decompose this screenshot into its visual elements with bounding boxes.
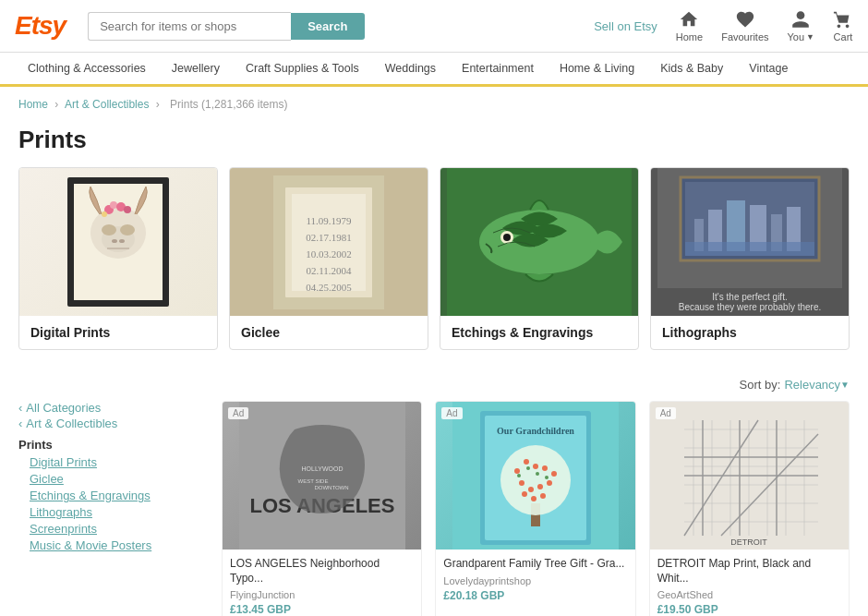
category-grid: Digital Prints 11.09.1979 02.17.1981 10.…: [0, 167, 868, 368]
svg-point-64: [545, 476, 549, 479]
grandparent-art: Our Grandchildren: [452, 402, 619, 550]
svg-rect-35: [685, 242, 814, 256]
header: Etsy Search Sell on Etsy Home Favourites…: [0, 0, 868, 53]
product-info-2: DETROIT Map Print, Black and Whit... Geo…: [650, 550, 849, 616]
ad-badge-2: Ad: [656, 407, 676, 419]
category-card-etchings[interactable]: Etchings & Engravings: [440, 167, 639, 350]
sell-on-etsy-link[interactable]: Sell on Etsy: [594, 19, 657, 33]
sidebar-sub-digital[interactable]: Digital Prints: [30, 455, 203, 469]
digital-prints-art: [63, 173, 174, 311]
svg-point-60: [540, 493, 546, 499]
nav-item-clothing[interactable]: Clothing & Accessories: [15, 53, 159, 84]
svg-point-56: [537, 484, 543, 489]
nav-item-kids[interactable]: Kids & Baby: [647, 53, 736, 84]
ad-badge-1: Ad: [441, 407, 462, 419]
nav-item-jewellery[interactable]: Jewellery: [159, 53, 233, 84]
sidebar-sub-screen[interactable]: Screenprints: [30, 522, 203, 536]
product-card-1[interactable]: Ad Our Grandchildren: [435, 401, 635, 616]
product-card-0[interactable]: Ad LOS ANGELES HOLLYWOOD WEST SIDE DOWNT…: [222, 401, 422, 616]
person-icon: [790, 9, 811, 30]
nav-item-vintage[interactable]: Vintage: [736, 53, 801, 84]
ad-badge-0: Ad: [228, 407, 248, 419]
category-card-litho[interactable]: It's the perfect gift.Because they were …: [650, 167, 850, 350]
heart-icon: [735, 9, 755, 30]
product-card-2[interactable]: Ad: [649, 401, 850, 616]
svg-point-54: [519, 480, 524, 486]
sidebar-sub-giclee[interactable]: Giclee: [30, 472, 203, 486]
search-button[interactable]: Search: [291, 13, 364, 40]
category-card-digital[interactable]: Digital Prints: [18, 167, 218, 350]
product-info-0: LOS ANGELES Neighborhood Typo... FlyingJ…: [223, 550, 421, 616]
litho-art: [657, 168, 842, 288]
svg-point-52: [542, 465, 548, 471]
sidebar-sub-litho[interactable]: Lithographs: [30, 505, 203, 519]
category-img-digital: [19, 168, 217, 316]
sort-label: Sort by:: [740, 378, 781, 392]
sidebar-section-title: Prints: [18, 438, 203, 452]
product-shop-0: FlyingJunction: [230, 589, 414, 600]
sort-arrow-icon: ▼: [840, 380, 850, 390]
product-title-1: Grandparent Family Tree Gift - Gra...: [443, 557, 627, 572]
breadcrumb-category[interactable]: Art & Collectibles: [65, 98, 149, 111]
category-img-litho: It's the perfect gift.Because they were …: [651, 168, 849, 316]
nav-item-weddings[interactable]: Weddings: [372, 53, 449, 84]
svg-point-48: [500, 445, 571, 515]
logo[interactable]: Etsy: [15, 11, 66, 41]
home-nav-icon[interactable]: Home: [676, 9, 703, 42]
giclee-art: 11.09.1979 02.17.1981 10.03.2002 02.11.2…: [269, 171, 389, 314]
sidebar-sub-movie[interactable]: Music & Movie Posters: [30, 538, 203, 552]
nav-item-craft[interactable]: Craft Supplies & Tools: [233, 53, 372, 84]
svg-text:DOWNTOWN: DOWNTOWN: [314, 485, 348, 490]
product-title-0: LOS ANGELES Neighborhood Typo...: [230, 557, 414, 586]
svg-point-62: [526, 466, 530, 470]
header-right: Sell on Etsy Home Favourites You▼ Cart: [594, 9, 853, 42]
page-title: Prints: [0, 122, 868, 167]
svg-point-59: [531, 496, 536, 501]
product-info-1: Grandparent Family Tree Gift - Gra... Lo…: [436, 550, 634, 611]
main-nav: Clothing & Accessories Jewellery Craft S…: [0, 53, 868, 87]
product-price-2: £19.50 GBP: [657, 603, 841, 616]
product-price-1: £20.18 GBP: [443, 589, 627, 602]
svg-text:02.11.2004: 02.11.2004: [306, 265, 352, 276]
sidebar-art-collectibles[interactable]: ‹ Art & Collectibles: [18, 417, 203, 430]
svg-point-25: [503, 234, 511, 241]
detroit-art: DETROIT: [666, 402, 832, 550]
breadcrumb-current: Prints (1,281,366 items): [170, 98, 287, 111]
category-label-litho: Lithographs: [651, 316, 849, 349]
category-img-giclee: 11.09.1979 02.17.1981 10.03.2002 02.11.2…: [230, 168, 428, 316]
svg-point-61: [517, 474, 521, 477]
cart-icon: [833, 9, 853, 30]
category-card-giclee[interactable]: 11.09.1979 02.17.1981 10.03.2002 02.11.2…: [229, 167, 428, 350]
svg-text:11.09.1979: 11.09.1979: [306, 215, 352, 226]
category-label-giclee: Giclee: [230, 316, 428, 349]
search-input[interactable]: [88, 12, 291, 41]
svg-text:02.17.1981: 02.17.1981: [306, 232, 352, 243]
nav-item-home[interactable]: Home & Living: [547, 53, 647, 84]
category-label-digital: Digital Prints: [19, 316, 217, 349]
breadcrumb-home[interactable]: Home: [18, 98, 48, 111]
svg-text:04.25.2005: 04.25.2005: [306, 282, 352, 293]
home-icon: [679, 9, 699, 30]
svg-point-11: [112, 239, 117, 243]
svg-point-57: [547, 480, 552, 486]
you-nav-icon[interactable]: You▼: [788, 9, 814, 42]
svg-point-49: [514, 468, 520, 474]
svg-point-50: [524, 459, 529, 465]
product-img-2: Ad: [650, 402, 849, 550]
favourites-nav-icon[interactable]: Favourites: [721, 9, 768, 42]
svg-point-51: [533, 464, 538, 469]
la-art: LOS ANGELES HOLLYWOOD WEST SIDE DOWNTOWN: [239, 402, 405, 550]
sort-value[interactable]: Relevancy: [784, 378, 840, 392]
sidebar-sub-etchings[interactable]: Etchings & Engravings: [30, 489, 203, 502]
nav-item-entertainment[interactable]: Entertainment: [449, 53, 547, 84]
sidebar-all-categories[interactable]: ‹ All Categories: [18, 401, 203, 415]
category-img-etchings: [440, 168, 638, 316]
svg-point-5: [120, 224, 135, 236]
product-shop-1: Lovelydayprintshop: [443, 575, 627, 586]
svg-point-12: [119, 239, 125, 243]
breadcrumb: Home › Art & Collectibles › Prints (1,28…: [0, 87, 868, 122]
cart-nav-icon[interactable]: Cart: [833, 9, 853, 42]
svg-text:WEST SIDE: WEST SIDE: [297, 478, 328, 484]
search-bar: Search: [88, 12, 364, 41]
svg-point-53: [551, 471, 557, 477]
